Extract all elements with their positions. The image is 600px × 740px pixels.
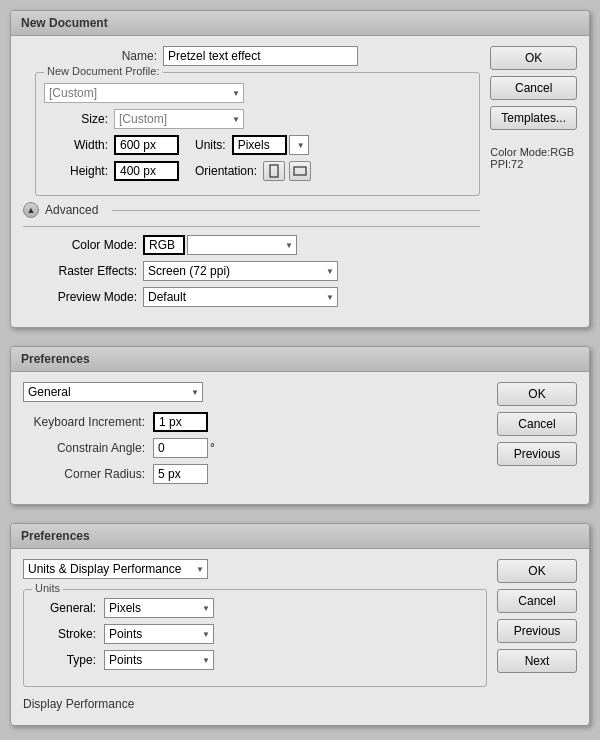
ok-button[interactable]: OK bbox=[490, 46, 577, 70]
units-group-label: Units bbox=[32, 582, 63, 594]
units-ok-button[interactable]: OK bbox=[497, 559, 577, 583]
units-label: Units: bbox=[195, 138, 226, 152]
preferences-general-buttons: OK Cancel Previous bbox=[497, 382, 577, 490]
portrait-button[interactable] bbox=[263, 161, 285, 181]
units-type-row: Type: Points bbox=[34, 650, 476, 670]
new-document-title: New Document bbox=[11, 11, 589, 36]
size-select[interactable]: [Custom] bbox=[114, 109, 244, 129]
units-general-select[interactable]: Pixels bbox=[104, 598, 214, 618]
keyboard-label: Keyboard Increment: bbox=[23, 415, 153, 429]
color-mode-select[interactable] bbox=[187, 235, 297, 255]
preview-row: Preview Mode: Default bbox=[23, 287, 480, 307]
orientation-buttons bbox=[263, 161, 311, 181]
advanced-divider bbox=[112, 210, 480, 211]
units-type-select[interactable]: Points bbox=[104, 650, 214, 670]
units-type-label: Type: bbox=[34, 653, 104, 667]
landscape-button[interactable] bbox=[289, 161, 311, 181]
svg-rect-1 bbox=[294, 167, 306, 175]
preferences-units-buttons: OK Cancel Previous Next bbox=[497, 559, 577, 711]
keyboard-row: Keyboard Increment: bbox=[23, 412, 487, 432]
height-label: Height: bbox=[44, 164, 114, 178]
units-select[interactable] bbox=[289, 135, 309, 155]
constrain-row: Constrain Angle: ° bbox=[23, 438, 487, 458]
degree-symbol: ° bbox=[210, 441, 215, 455]
name-input[interactable] bbox=[163, 46, 358, 66]
profile-row: [Custom] bbox=[44, 83, 471, 103]
units-cancel-button[interactable]: Cancel bbox=[497, 589, 577, 613]
units-dropdown-row: Units & Display Performance bbox=[23, 559, 487, 579]
color-mode-row: Color Mode: bbox=[23, 235, 480, 255]
advanced-section: Color Mode: Raster Effects: Screen (72 p… bbox=[23, 226, 480, 307]
cancel-button[interactable]: Cancel bbox=[490, 76, 577, 100]
units-category-select[interactable]: Units & Display Performance bbox=[23, 559, 208, 579]
constrain-label: Constrain Angle: bbox=[23, 441, 153, 455]
units-previous-button[interactable]: Previous bbox=[497, 619, 577, 643]
preview-label: Preview Mode: bbox=[23, 290, 143, 304]
color-mode-info: Color Mode:RGB bbox=[490, 146, 577, 158]
display-performance-label: Display Performance bbox=[23, 697, 487, 711]
preferences-general-main: General Keyboard Increment: Constrain An… bbox=[23, 382, 487, 490]
units-general-label: General: bbox=[34, 601, 104, 615]
templates-button[interactable]: Templates... bbox=[490, 106, 577, 130]
preview-select[interactable]: Default bbox=[143, 287, 338, 307]
width-row: Width: Units: bbox=[44, 135, 471, 155]
corner-row: Corner Radius: bbox=[23, 464, 487, 484]
color-mode-input[interactable] bbox=[143, 235, 185, 255]
height-row: Height: Orientation: bbox=[44, 161, 471, 181]
color-mode-label: Color Mode: bbox=[23, 238, 143, 252]
raster-label: Raster Effects: bbox=[23, 264, 143, 278]
ppi-info: PPI:72 bbox=[490, 158, 577, 170]
preferences-units-dialog: Preferences Units & Display Performance … bbox=[10, 523, 590, 726]
general-category-select[interactable]: General bbox=[23, 382, 203, 402]
preferences-units-main: Units & Display Performance Units Genera… bbox=[23, 559, 487, 711]
height-input[interactable] bbox=[114, 161, 179, 181]
size-label: Size: bbox=[44, 112, 114, 126]
preferences-units-title: Preferences bbox=[11, 524, 589, 549]
color-info-block: Color Mode:RGB PPI:72 bbox=[490, 146, 577, 170]
units-general-row: General: Pixels bbox=[34, 598, 476, 618]
units-stroke-select[interactable]: Points bbox=[104, 624, 214, 644]
preferences-general-dialog: Preferences General Keyboard Increment: … bbox=[10, 346, 590, 505]
general-ok-button[interactable]: OK bbox=[497, 382, 577, 406]
corner-label: Corner Radius: bbox=[23, 467, 153, 481]
general-dropdown-row: General bbox=[23, 382, 487, 402]
units-next-button[interactable]: Next bbox=[497, 649, 577, 673]
new-document-dialog: New Document Name: New Document Profile:… bbox=[10, 10, 590, 328]
width-label: Width: bbox=[44, 138, 114, 152]
toggle-icon[interactable]: ▲ bbox=[23, 202, 39, 218]
raster-select[interactable]: Screen (72 ppi) bbox=[143, 261, 338, 281]
profile-section-label: New Document Profile: bbox=[44, 65, 163, 77]
general-cancel-button[interactable]: Cancel bbox=[497, 412, 577, 436]
svg-rect-0 bbox=[270, 165, 278, 177]
profile-select[interactable]: [Custom] bbox=[44, 83, 244, 103]
constrain-input[interactable] bbox=[153, 438, 208, 458]
new-document-buttons: OK Cancel Templates... Color Mode:RGB PP… bbox=[490, 46, 577, 313]
corner-input[interactable] bbox=[153, 464, 208, 484]
units-stroke-label: Stroke: bbox=[34, 627, 104, 641]
advanced-label: Advanced bbox=[45, 203, 98, 217]
preferences-general-title: Preferences bbox=[11, 347, 589, 372]
raster-row: Raster Effects: Screen (72 ppi) bbox=[23, 261, 480, 281]
units-group: Units General: Pixels Stroke: Poi bbox=[23, 589, 487, 687]
units-stroke-row: Stroke: Points bbox=[34, 624, 476, 644]
advanced-toggle[interactable]: ▲ Advanced bbox=[23, 202, 480, 218]
orientation-label: Orientation: bbox=[195, 164, 257, 178]
general-previous-button[interactable]: Previous bbox=[497, 442, 577, 466]
size-row: Size: [Custom] bbox=[44, 109, 471, 129]
units-input[interactable] bbox=[232, 135, 287, 155]
keyboard-input[interactable] bbox=[153, 412, 208, 432]
width-input[interactable] bbox=[114, 135, 179, 155]
name-row: Name: bbox=[23, 46, 480, 66]
name-label: Name: bbox=[23, 49, 163, 63]
new-document-main: Name: New Document Profile: [Custom] Siz… bbox=[23, 46, 480, 313]
